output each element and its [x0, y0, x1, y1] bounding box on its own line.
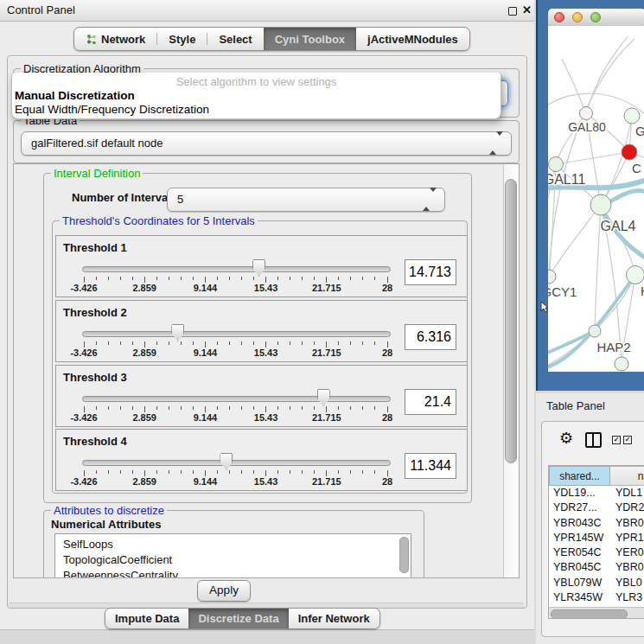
table-panel-body: ⚙ ✓ ✓ shared... na YDL19...YDL1YDR27...Y… — [541, 421, 644, 637]
threshold-value-field[interactable]: 21.4 — [405, 389, 456, 415]
table-row[interactable]: YDR27...YDR2 — [549, 501, 644, 515]
horizontal-scrollbar[interactable] — [549, 607, 644, 619]
close-traffic-light-icon[interactable] — [554, 12, 564, 22]
tick-mark — [96, 406, 97, 410]
dropdown-option-equal-width[interactable]: Equal Width/Frequency Discretization — [15, 103, 209, 116]
tick-mark — [374, 341, 375, 345]
checkbox-icon[interactable]: ✓ — [623, 436, 632, 444]
tick-mark — [96, 341, 97, 345]
threshold-label: Threshold 4 — [63, 435, 127, 448]
list-item[interactable]: TopologicalCoefficient — [63, 552, 172, 568]
tick-mark — [84, 341, 85, 348]
threshold-value-field[interactable]: 14.713 — [405, 259, 456, 285]
minimize-traffic-light-icon[interactable] — [572, 12, 583, 22]
network-node-gal80[interactable] — [580, 107, 593, 120]
network-view-window: GAL80GACGAL11GAL4GCY1HHAP2 — [536, 0, 644, 391]
tick-mark — [193, 406, 194, 410]
cell-name: YDL1 — [615, 486, 642, 501]
column-header-shared[interactable]: shared... — [549, 466, 610, 486]
network-node-h[interactable] — [627, 266, 644, 284]
table-row[interactable]: YLR345WYLR3 — [549, 590, 644, 605]
checkbox-icon[interactable]: ✓ — [612, 436, 621, 444]
mouse-cursor — [540, 301, 549, 313]
tick-mark — [144, 341, 145, 348]
tab-cyni-toolbox[interactable]: Cyni Toolbox — [264, 28, 356, 50]
numerical-attributes-list[interactable]: SelfLoopsTopologicalCoefficientBetweenne… — [54, 533, 411, 578]
threshold-value-field[interactable]: 6.316 — [405, 324, 456, 350]
float-window-icon[interactable] — [508, 7, 517, 16]
cell-name: YPR1 — [615, 531, 644, 545]
split-column-icon[interactable] — [585, 432, 602, 448]
network-node[interactable] — [615, 357, 628, 371]
gear-icon[interactable]: ⚙ — [559, 430, 573, 447]
tick-mark — [362, 470, 363, 474]
scale-label: 9.144 — [194, 283, 218, 293]
slider-track[interactable] — [82, 396, 391, 402]
tick-mark — [205, 406, 206, 412]
dropdown-option-manual[interactable]: Manual Discretization — [15, 89, 135, 102]
tab-network[interactable]: Network — [74, 28, 156, 50]
slider-thumb[interactable] — [171, 324, 184, 341]
node-attribute-table[interactable]: shared... na YDL19...YDL1YDR27...YDR2YBR… — [548, 465, 644, 619]
tab-impute-data[interactable]: Impute Data — [105, 609, 188, 628]
table-data-combobox[interactable]: galFiltered.sif default node — [21, 131, 512, 156]
network-node-gal4[interactable] — [590, 194, 611, 215]
table-row[interactable]: YDL19...YDL1 — [549, 486, 644, 501]
slider-track[interactable] — [82, 460, 391, 466]
slider-thumb[interactable] — [220, 453, 233, 470]
combo-spinner-icon — [423, 192, 437, 207]
tick-mark — [169, 406, 169, 410]
threshold-label: Threshold 1 — [63, 241, 127, 254]
attributes-group-title: Attributes to discretize — [51, 504, 167, 517]
table-row[interactable]: YBR045CYBR0 — [549, 560, 644, 575]
tab-select[interactable]: Select — [207, 28, 263, 50]
list-item[interactable]: SelfLoops — [63, 537, 113, 552]
tick-mark — [193, 277, 194, 280]
number-of-intervals-combobox[interactable]: 5 — [167, 188, 445, 212]
vertical-scrollbar-thumb[interactable] — [505, 179, 517, 463]
vertical-scrollbar[interactable] — [503, 164, 519, 577]
slider-track[interactable] — [82, 331, 391, 337]
tick-mark — [314, 406, 315, 410]
tick-mark — [132, 470, 133, 474]
table-row[interactable]: YPR145WYPR1 — [549, 531, 644, 545]
scale-label: 15.43 — [254, 476, 278, 487]
slider-thumb[interactable] — [317, 389, 330, 406]
list-scrollbar-thumb[interactable] — [399, 537, 409, 573]
network-node-ga[interactable] — [624, 108, 640, 124]
close-icon[interactable]: ✕ — [522, 3, 532, 17]
node-label: GA — [635, 124, 644, 138]
slider-track[interactable] — [82, 266, 391, 272]
tick-mark — [217, 470, 218, 474]
tick-mark — [265, 406, 266, 412]
tab-style[interactable]: Style — [157, 28, 207, 50]
column-header-name[interactable]: na — [610, 466, 644, 486]
tab-infer-network[interactable]: Infer Network — [289, 609, 379, 628]
tick-mark — [265, 470, 266, 476]
zoom-traffic-light-icon[interactable] — [590, 12, 601, 22]
table-row[interactable]: YER054CYER0 — [549, 545, 644, 560]
network-node-c[interactable] — [622, 144, 637, 160]
network-node-gcy1[interactable] — [548, 270, 556, 284]
scale-label: -3.426 — [70, 348, 97, 358]
network-node-hap2[interactable] — [589, 325, 601, 337]
tab-label: Impute Data — [115, 612, 179, 625]
threshold-label: Threshold 3 — [63, 371, 127, 384]
network-node-gal11[interactable] — [549, 157, 564, 172]
dropdown-placeholder: Select algorithm to view settings — [12, 75, 501, 88]
threshold-value-field[interactable]: 11.344 — [405, 453, 456, 479]
tick-mark — [350, 406, 351, 410]
table-row[interactable]: YBL079WYBL0 — [549, 576, 644, 590]
table-row[interactable]: YBR043CYBR0 — [549, 516, 644, 531]
tab-discretize-data[interactable]: Discretize Data — [188, 609, 288, 628]
network-canvas[interactable]: GAL80GACGAL11GAL4GCY1HHAP2 — [548, 26, 644, 372]
slider-thumb[interactable] — [252, 259, 265, 277]
horizontal-scrollbar-thumb[interactable] — [551, 609, 628, 619]
tab-label: Discretize Data — [198, 612, 278, 625]
tick-mark — [290, 406, 290, 410]
tick-mark — [205, 470, 206, 476]
tab-jactivemnodules[interactable]: jActiveMNodules — [356, 28, 469, 50]
apply-button[interactable]: Apply — [197, 580, 251, 602]
tick-mark — [217, 277, 218, 280]
list-item[interactable]: BetweennessCentrality — [63, 568, 178, 578]
